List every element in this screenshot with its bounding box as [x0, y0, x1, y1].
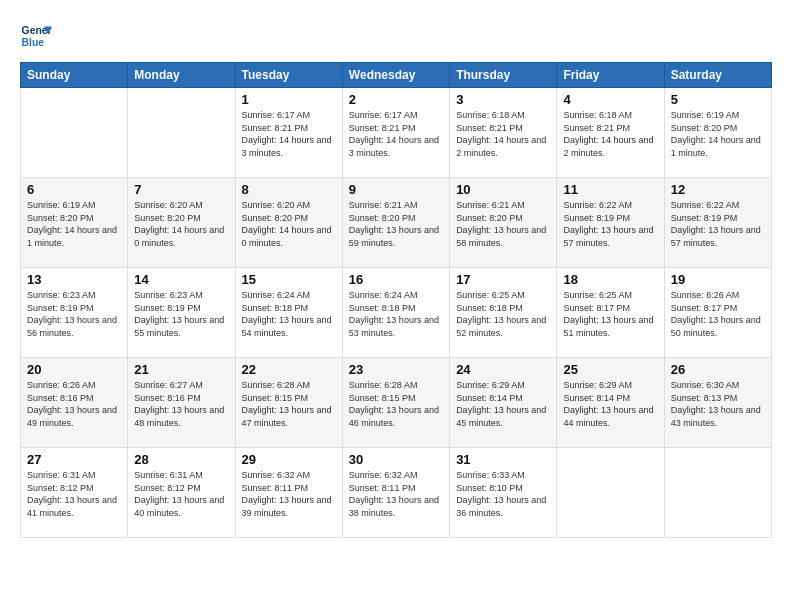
col-header-wednesday: Wednesday: [342, 63, 449, 88]
day-number: 1: [242, 92, 336, 107]
calendar-cell: 7Sunrise: 6:20 AMSunset: 8:20 PMDaylight…: [128, 178, 235, 268]
days-of-week-row: SundayMondayTuesdayWednesdayThursdayFrid…: [21, 63, 772, 88]
day-number: 25: [563, 362, 657, 377]
day-info: Sunrise: 6:32 AMSunset: 8:11 PMDaylight:…: [349, 469, 443, 519]
day-number: 6: [27, 182, 121, 197]
day-info: Sunrise: 6:28 AMSunset: 8:15 PMDaylight:…: [349, 379, 443, 429]
day-info: Sunrise: 6:28 AMSunset: 8:15 PMDaylight:…: [242, 379, 336, 429]
day-number: 30: [349, 452, 443, 467]
day-number: 16: [349, 272, 443, 287]
calendar-cell: 9Sunrise: 6:21 AMSunset: 8:20 PMDaylight…: [342, 178, 449, 268]
day-number: 4: [563, 92, 657, 107]
calendar-cell: 2Sunrise: 6:17 AMSunset: 8:21 PMDaylight…: [342, 88, 449, 178]
calendar-header: SundayMondayTuesdayWednesdayThursdayFrid…: [21, 63, 772, 88]
day-info: Sunrise: 6:18 AMSunset: 8:21 PMDaylight:…: [563, 109, 657, 159]
calendar-cell: 21Sunrise: 6:27 AMSunset: 8:16 PMDayligh…: [128, 358, 235, 448]
col-header-sunday: Sunday: [21, 63, 128, 88]
day-number: 7: [134, 182, 228, 197]
calendar-cell: 22Sunrise: 6:28 AMSunset: 8:15 PMDayligh…: [235, 358, 342, 448]
day-number: 27: [27, 452, 121, 467]
col-header-thursday: Thursday: [450, 63, 557, 88]
day-number: 10: [456, 182, 550, 197]
day-info: Sunrise: 6:32 AMSunset: 8:11 PMDaylight:…: [242, 469, 336, 519]
day-info: Sunrise: 6:26 AMSunset: 8:16 PMDaylight:…: [27, 379, 121, 429]
calendar-cell: 19Sunrise: 6:26 AMSunset: 8:17 PMDayligh…: [664, 268, 771, 358]
day-number: 21: [134, 362, 228, 377]
calendar-cell: 11Sunrise: 6:22 AMSunset: 8:19 PMDayligh…: [557, 178, 664, 268]
calendar-cell: 26Sunrise: 6:30 AMSunset: 8:13 PMDayligh…: [664, 358, 771, 448]
day-number: 26: [671, 362, 765, 377]
logo-icon: General Blue: [20, 20, 52, 52]
calendar-cell: 13Sunrise: 6:23 AMSunset: 8:19 PMDayligh…: [21, 268, 128, 358]
day-info: Sunrise: 6:27 AMSunset: 8:16 PMDaylight:…: [134, 379, 228, 429]
calendar-cell: 18Sunrise: 6:25 AMSunset: 8:17 PMDayligh…: [557, 268, 664, 358]
calendar-cell: 4Sunrise: 6:18 AMSunset: 8:21 PMDaylight…: [557, 88, 664, 178]
day-info: Sunrise: 6:20 AMSunset: 8:20 PMDaylight:…: [242, 199, 336, 249]
day-info: Sunrise: 6:25 AMSunset: 8:18 PMDaylight:…: [456, 289, 550, 339]
day-info: Sunrise: 6:23 AMSunset: 8:19 PMDaylight:…: [134, 289, 228, 339]
week-row-1: 1Sunrise: 6:17 AMSunset: 8:21 PMDaylight…: [21, 88, 772, 178]
calendar-cell: 28Sunrise: 6:31 AMSunset: 8:12 PMDayligh…: [128, 448, 235, 538]
day-info: Sunrise: 6:22 AMSunset: 8:19 PMDaylight:…: [671, 199, 765, 249]
day-number: 22: [242, 362, 336, 377]
calendar-cell: 30Sunrise: 6:32 AMSunset: 8:11 PMDayligh…: [342, 448, 449, 538]
day-info: Sunrise: 6:19 AMSunset: 8:20 PMDaylight:…: [27, 199, 121, 249]
day-number: 5: [671, 92, 765, 107]
calendar-cell: 31Sunrise: 6:33 AMSunset: 8:10 PMDayligh…: [450, 448, 557, 538]
day-info: Sunrise: 6:26 AMSunset: 8:17 PMDaylight:…: [671, 289, 765, 339]
day-info: Sunrise: 6:31 AMSunset: 8:12 PMDaylight:…: [27, 469, 121, 519]
day-number: 8: [242, 182, 336, 197]
day-info: Sunrise: 6:19 AMSunset: 8:20 PMDaylight:…: [671, 109, 765, 159]
day-number: 18: [563, 272, 657, 287]
day-number: 23: [349, 362, 443, 377]
calendar-cell: 29Sunrise: 6:32 AMSunset: 8:11 PMDayligh…: [235, 448, 342, 538]
calendar-cell: 12Sunrise: 6:22 AMSunset: 8:19 PMDayligh…: [664, 178, 771, 268]
calendar-cell: 16Sunrise: 6:24 AMSunset: 8:18 PMDayligh…: [342, 268, 449, 358]
day-number: 31: [456, 452, 550, 467]
day-info: Sunrise: 6:22 AMSunset: 8:19 PMDaylight:…: [563, 199, 657, 249]
header: General Blue: [20, 20, 772, 52]
day-info: Sunrise: 6:33 AMSunset: 8:10 PMDaylight:…: [456, 469, 550, 519]
calendar-cell: 10Sunrise: 6:21 AMSunset: 8:20 PMDayligh…: [450, 178, 557, 268]
day-info: Sunrise: 6:31 AMSunset: 8:12 PMDaylight:…: [134, 469, 228, 519]
logo: General Blue: [20, 20, 52, 52]
day-info: Sunrise: 6:17 AMSunset: 8:21 PMDaylight:…: [349, 109, 443, 159]
day-number: 19: [671, 272, 765, 287]
calendar-cell: 25Sunrise: 6:29 AMSunset: 8:14 PMDayligh…: [557, 358, 664, 448]
day-number: 11: [563, 182, 657, 197]
day-number: 20: [27, 362, 121, 377]
col-header-saturday: Saturday: [664, 63, 771, 88]
calendar-cell: [128, 88, 235, 178]
calendar-cell: 1Sunrise: 6:17 AMSunset: 8:21 PMDaylight…: [235, 88, 342, 178]
day-number: 29: [242, 452, 336, 467]
calendar-cell: 27Sunrise: 6:31 AMSunset: 8:12 PMDayligh…: [21, 448, 128, 538]
day-number: 15: [242, 272, 336, 287]
day-info: Sunrise: 6:29 AMSunset: 8:14 PMDaylight:…: [563, 379, 657, 429]
day-number: 14: [134, 272, 228, 287]
day-info: Sunrise: 6:25 AMSunset: 8:17 PMDaylight:…: [563, 289, 657, 339]
calendar-cell: 6Sunrise: 6:19 AMSunset: 8:20 PMDaylight…: [21, 178, 128, 268]
day-number: 3: [456, 92, 550, 107]
calendar-table: SundayMondayTuesdayWednesdayThursdayFrid…: [20, 62, 772, 538]
day-number: 12: [671, 182, 765, 197]
day-info: Sunrise: 6:30 AMSunset: 8:13 PMDaylight:…: [671, 379, 765, 429]
week-row-2: 6Sunrise: 6:19 AMSunset: 8:20 PMDaylight…: [21, 178, 772, 268]
calendar-cell: [21, 88, 128, 178]
day-number: 17: [456, 272, 550, 287]
day-info: Sunrise: 6:24 AMSunset: 8:18 PMDaylight:…: [242, 289, 336, 339]
calendar-cell: 3Sunrise: 6:18 AMSunset: 8:21 PMDaylight…: [450, 88, 557, 178]
day-info: Sunrise: 6:21 AMSunset: 8:20 PMDaylight:…: [456, 199, 550, 249]
calendar-body: 1Sunrise: 6:17 AMSunset: 8:21 PMDaylight…: [21, 88, 772, 538]
col-header-tuesday: Tuesday: [235, 63, 342, 88]
calendar-cell: [557, 448, 664, 538]
calendar-cell: 17Sunrise: 6:25 AMSunset: 8:18 PMDayligh…: [450, 268, 557, 358]
calendar-cell: 8Sunrise: 6:20 AMSunset: 8:20 PMDaylight…: [235, 178, 342, 268]
day-number: 2: [349, 92, 443, 107]
day-info: Sunrise: 6:23 AMSunset: 8:19 PMDaylight:…: [27, 289, 121, 339]
day-number: 9: [349, 182, 443, 197]
day-number: 13: [27, 272, 121, 287]
day-number: 24: [456, 362, 550, 377]
day-info: Sunrise: 6:17 AMSunset: 8:21 PMDaylight:…: [242, 109, 336, 159]
week-row-3: 13Sunrise: 6:23 AMSunset: 8:19 PMDayligh…: [21, 268, 772, 358]
calendar-cell: 20Sunrise: 6:26 AMSunset: 8:16 PMDayligh…: [21, 358, 128, 448]
